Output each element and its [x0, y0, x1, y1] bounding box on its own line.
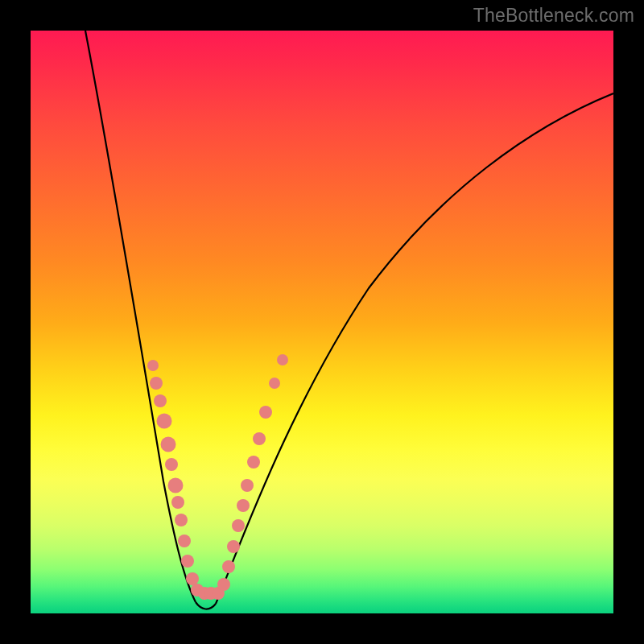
data-point-marker — [232, 519, 245, 532]
data-point-marker — [160, 437, 175, 452]
data-point-marker — [237, 499, 250, 512]
data-point-marker — [247, 456, 260, 469]
data-point-marker — [277, 354, 288, 365]
data-point-marker — [217, 578, 230, 591]
data-point-marker — [181, 555, 194, 568]
data-point-marker — [147, 360, 159, 371]
data-point-marker — [156, 414, 171, 429]
curve-trough — [196, 602, 216, 609]
data-point-marker — [269, 378, 280, 389]
data-point-marker — [222, 560, 235, 573]
plot-area — [31, 31, 613, 613]
data-point-marker — [241, 479, 254, 492]
chart-stage: TheBottleneck.com — [0, 0, 644, 644]
v-curve — [31, 31, 613, 613]
data-point-marker — [175, 514, 188, 526]
data-point-marker — [165, 458, 178, 471]
data-point-marker — [171, 496, 184, 509]
data-point-marker — [253, 432, 266, 445]
data-point-marker — [227, 540, 240, 553]
curve-right-branch — [216, 93, 613, 604]
data-point-marker — [178, 535, 191, 547]
data-point-marker — [259, 406, 272, 419]
watermark-text: TheBottleneck.com — [473, 5, 634, 27]
data-point-marker — [167, 477, 183, 493]
data-point-marker — [150, 377, 163, 390]
data-point-marker — [154, 394, 167, 407]
